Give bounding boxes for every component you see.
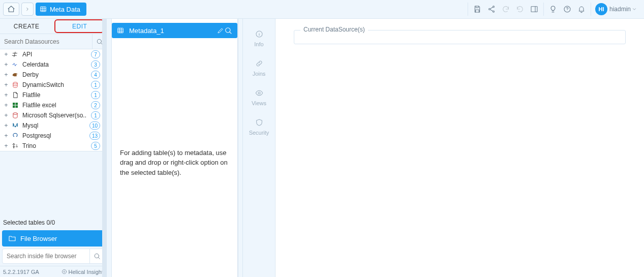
file-browser-search-button[interactable] — [89, 249, 104, 263]
svg-point-20 — [259, 33, 259, 33]
undo-button[interactable] — [499, 3, 513, 16]
left-panel: CREATE EDIT +API7+Celerdata3+Derby4+Dyna… — [0, 19, 107, 277]
copyright-label: Helical Insight — [69, 269, 103, 275]
breadcrumb: Meta Data — [0, 0, 86, 18]
breadcrumb-current-label: Meta Data — [50, 6, 80, 13]
share-button[interactable] — [484, 3, 499, 16]
expand-icon[interactable]: + — [3, 112, 9, 119]
datasource-type-icon — [11, 121, 19, 130]
pencil-icon[interactable] — [217, 27, 224, 34]
tab-create[interactable]: CREATE — [0, 19, 53, 34]
search-icon — [94, 253, 101, 260]
search-icon[interactable] — [224, 26, 232, 35]
left-tabs: CREATE EDIT — [0, 19, 106, 34]
avatar-initials: HI — [598, 6, 604, 12]
datasource-name: Celerdata — [22, 61, 91, 68]
user-menu[interactable]: hiadmin — [609, 6, 637, 13]
datasource-item[interactable]: +Postgresql13 — [0, 131, 106, 141]
idea-button[interactable] — [546, 3, 560, 16]
svg-point-8 — [13, 82, 17, 84]
svg-rect-17 — [118, 28, 124, 33]
bulb-icon — [549, 5, 557, 13]
help-button[interactable] — [560, 3, 574, 16]
notification-button[interactable] — [574, 3, 589, 16]
datasource-count-badge: 4 — [91, 71, 100, 79]
rail-views[interactable]: Views — [243, 83, 275, 112]
redo-button[interactable] — [513, 3, 527, 16]
home-button[interactable] — [3, 3, 19, 16]
copyright-icon — [62, 269, 67, 274]
datasource-type-icon — [11, 81, 19, 89]
svg-rect-11 — [13, 106, 15, 108]
svg-rect-12 — [16, 106, 18, 108]
datasource-item[interactable]: +Derby4 — [0, 70, 106, 80]
help-icon — [563, 5, 571, 13]
share-icon — [487, 5, 496, 13]
datasource-item[interactable]: +DynamicSwitch1 — [0, 80, 106, 90]
file-browser-button[interactable]: File Browser — [2, 230, 104, 247]
expand-icon[interactable]: + — [3, 91, 9, 99]
datasource-item[interactable]: +Flatfile1 — [0, 90, 106, 100]
left-footer: 5.2.2.1917 GA Helical Insight — [0, 266, 106, 277]
datasource-count-badge: 1 — [91, 91, 100, 99]
top-bar: Meta Data — [0, 0, 644, 19]
tab-edit-wrap: EDIT — [53, 19, 107, 34]
table-icon — [117, 27, 124, 34]
file-browser-search-row — [2, 249, 104, 264]
datasource-item[interactable]: +Microsoft Sqlserver(so..1 — [0, 110, 106, 120]
file-browser-search-input[interactable] — [3, 253, 89, 260]
rail-joins-label: Joins — [253, 71, 266, 77]
bell-icon — [577, 5, 586, 13]
datasource-item[interactable]: +Flatfile excel2 — [0, 100, 106, 110]
svg-point-13 — [13, 113, 17, 115]
tab-edit[interactable]: EDIT — [53, 23, 107, 30]
breadcrumb-current[interactable]: Meta Data — [36, 3, 86, 16]
username-label: hiadmin — [609, 6, 631, 13]
undo-icon — [502, 5, 510, 13]
datasource-name: Postgresql — [22, 132, 89, 139]
chevron-down-icon — [632, 7, 637, 12]
rail-info-label: Info — [254, 41, 263, 47]
datasource-type-icon — [11, 111, 19, 119]
datasource-count-badge: 1 — [91, 81, 100, 89]
datasource-item[interactable]: +Trino5 — [0, 141, 106, 151]
breadcrumb-chevron[interactable] — [21, 3, 34, 16]
svg-rect-0 — [41, 7, 46, 11]
expand-icon[interactable]: + — [3, 51, 9, 58]
datasource-type-icon — [11, 71, 19, 79]
expand-icon[interactable]: + — [3, 132, 9, 139]
expand-icon[interactable]: + — [3, 71, 9, 78]
datasource-search-input[interactable] — [0, 34, 92, 49]
expand-icon[interactable]: + — [3, 61, 9, 68]
datasource-name: DynamicSwitch — [22, 81, 91, 88]
version-label: 5.2.2.1917 GA — [3, 269, 39, 275]
datasource-count-badge: 3 — [91, 60, 100, 69]
datasource-item[interactable]: +Celerdata3 — [0, 59, 106, 70]
panel-button[interactable] — [527, 3, 541, 16]
rail-joins[interactable]: Joins — [243, 53, 275, 83]
topbar-right: HI hiadmin — [468, 0, 644, 18]
rail-security[interactable]: Security — [243, 112, 275, 142]
datasource-item[interactable]: +Mysql10 — [0, 120, 106, 131]
datasource-name: Mysql — [22, 122, 89, 129]
eye-icon — [255, 89, 263, 97]
expand-icon[interactable]: + — [3, 122, 9, 129]
metadata-title: Metadata_1 — [129, 27, 214, 35]
home-icon — [7, 5, 15, 13]
svg-point-21 — [258, 92, 260, 94]
datasource-count-badge: 2 — [91, 101, 100, 109]
rail-info[interactable]: Info — [243, 24, 275, 53]
datasource-name: Flatfile — [22, 91, 91, 99]
selected-tables-label: Selected tables 0/0 — [0, 217, 106, 228]
rail-views-label: Views — [252, 100, 266, 106]
info-icon — [255, 30, 263, 38]
center-wrap: Metadata_1 For adding table(s) to metada… — [107, 19, 644, 277]
avatar[interactable]: HI — [595, 3, 607, 15]
svg-rect-10 — [16, 103, 18, 105]
metadata-header: Metadata_1 — [112, 23, 237, 38]
expand-icon[interactable]: + — [3, 142, 9, 149]
expand-icon[interactable]: + — [3, 81, 9, 88]
expand-icon[interactable]: + — [3, 102, 9, 109]
save-dropdown[interactable] — [470, 3, 484, 16]
datasource-item[interactable]: +API7 — [0, 49, 106, 59]
